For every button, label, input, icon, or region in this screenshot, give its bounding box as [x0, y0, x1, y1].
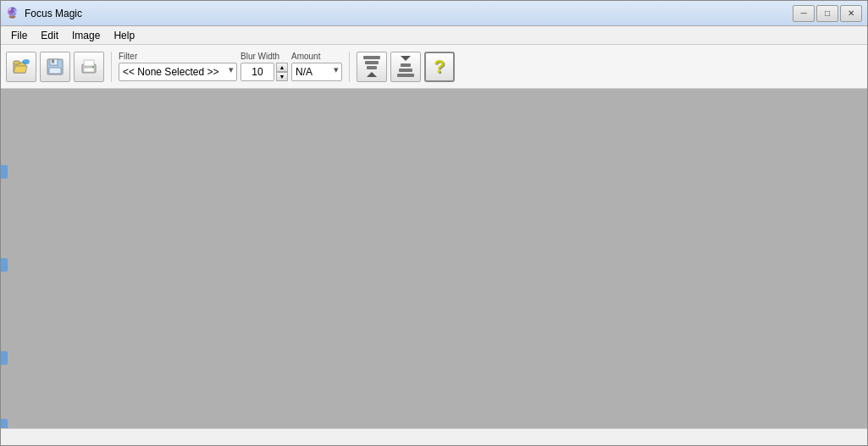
- status-bar: [1, 428, 867, 445]
- stack-down-icon: [397, 56, 414, 77]
- amount-select[interactable]: N/A: [291, 63, 342, 81]
- sidebar-marker-1: [1, 165, 8, 179]
- blur-width-input-row: ▲ ▼: [240, 63, 288, 81]
- menu-edit[interactable]: Edit: [34, 28, 65, 43]
- blur-width-decrement[interactable]: ▼: [276, 72, 288, 81]
- open-button[interactable]: [6, 52, 36, 82]
- toolbar-separator-1: [111, 52, 112, 82]
- sidebar-marker-3: [1, 351, 8, 365]
- filter-label: Filter: [119, 52, 137, 61]
- toolbar: Filter << None Selected >> Blur Width ▲ …: [1, 45, 867, 89]
- menu-bar: File Edit Image Help: [1, 26, 867, 45]
- main-window: 🔮 Focus Magic ─ □ ✕ File Edit Image Help: [0, 0, 868, 446]
- menu-file[interactable]: File: [4, 28, 34, 43]
- help-icon: ?: [434, 56, 445, 78]
- app-title: Focus Magic: [25, 8, 82, 19]
- close-button[interactable]: ✕: [840, 5, 862, 22]
- stack-up-icon: [363, 56, 380, 77]
- svg-rect-5: [52, 59, 54, 63]
- filter-select-wrapper: << None Selected >>: [119, 63, 237, 81]
- filter-group: Filter << None Selected >>: [119, 52, 237, 81]
- help-button[interactable]: ?: [424, 52, 455, 82]
- title-bar-left: 🔮 Focus Magic: [6, 7, 82, 20]
- title-bar: 🔮 Focus Magic ─ □ ✕: [1, 1, 867, 26]
- blur-width-group: Blur Width ▲ ▼: [240, 52, 288, 81]
- amount-group: Amount N/A: [291, 52, 342, 81]
- blur-width-stepper: ▲ ▼: [276, 63, 288, 81]
- menu-image[interactable]: Image: [65, 28, 107, 43]
- window-controls: ─ □ ✕: [793, 5, 862, 22]
- amount-select-wrapper: N/A: [291, 63, 342, 81]
- print-button[interactable]: [74, 52, 104, 82]
- stack-up-button[interactable]: [357, 52, 387, 82]
- print-icon: [80, 58, 98, 76]
- blur-width-increment[interactable]: ▲: [276, 63, 288, 72]
- svg-rect-8: [84, 68, 94, 72]
- sidebar-marker-4: [1, 419, 8, 428]
- sidebar-marker-2: [1, 258, 8, 272]
- filter-select[interactable]: << None Selected >>: [119, 63, 237, 81]
- svg-rect-6: [49, 68, 61, 74]
- blur-width-label: Blur Width: [240, 52, 279, 61]
- save-button[interactable]: [40, 52, 70, 82]
- maximize-button[interactable]: □: [816, 5, 838, 22]
- open-icon: [12, 58, 30, 76]
- svg-rect-1: [14, 61, 19, 64]
- amount-label: Amount: [291, 52, 320, 61]
- canvas-area: [1, 89, 867, 428]
- svg-point-2: [23, 59, 30, 64]
- svg-point-10: [92, 66, 94, 68]
- stack-down-button[interactable]: [390, 52, 421, 82]
- svg-rect-9: [84, 60, 94, 66]
- blur-width-input[interactable]: [240, 63, 274, 81]
- app-icon: 🔮: [6, 7, 19, 20]
- menu-help[interactable]: Help: [107, 28, 141, 43]
- minimize-button[interactable]: ─: [793, 5, 815, 22]
- toolbar-separator-2: [349, 52, 350, 82]
- save-icon: [46, 58, 64, 76]
